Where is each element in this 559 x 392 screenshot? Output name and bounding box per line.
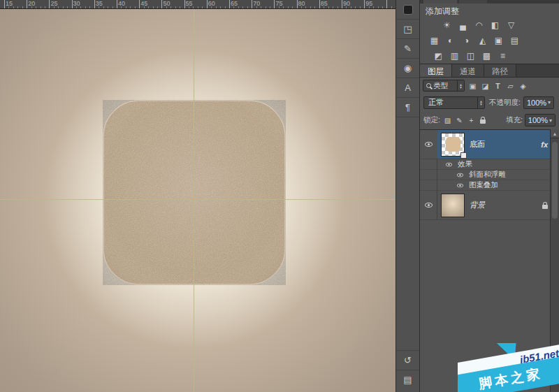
selective-color-icon[interactable]: ≡ xyxy=(495,50,510,62)
ruler-number: 85 xyxy=(321,0,328,8)
channel-mixer-icon[interactable]: ▣ xyxy=(491,34,506,47)
black-white-icon[interactable]: ◑ xyxy=(459,34,474,47)
ruler-number: 25 xyxy=(50,0,57,8)
layer-style-badge xyxy=(460,152,467,159)
layer-name[interactable]: 背景 xyxy=(470,200,485,210)
foreground-swatch-icon[interactable] xyxy=(396,0,419,20)
dock-bottom-icons: ↺▤ xyxy=(396,350,419,389)
background-lock-icon xyxy=(542,205,548,209)
layer-name[interactable]: 底面 xyxy=(470,139,485,150)
site-watermark: jb51.net 脚本之家 xyxy=(458,343,559,392)
effect-row-pattern-overlay[interactable]: 图案叠加 xyxy=(420,180,559,191)
ruler-number: 55 xyxy=(186,0,193,8)
properties-panel-icon[interactable]: ▤ xyxy=(396,370,419,389)
layer-filter-icons: ▣◪T▱◈ xyxy=(467,80,529,92)
ruler-number: 80 xyxy=(298,0,305,8)
adjustments-grid: ☀▄◠◧▽▦◐◑◭▣▤◩▥◫▩≡ xyxy=(420,15,559,64)
pen-tool-icon[interactable]: ✎ xyxy=(396,39,419,59)
adjustments-row: ☀▄◠◧▽ xyxy=(423,17,556,33)
kind-label: 类型 xyxy=(433,81,448,91)
brightness-contrast-icon[interactable]: ☀ xyxy=(440,19,454,31)
opacity-value-box[interactable]: 100% ▾ xyxy=(523,96,554,109)
filter-smart-objects-icon[interactable]: ◈ xyxy=(517,80,529,92)
dock-top-icons: ◳✎◉A¶ xyxy=(396,0,419,117)
dropdown-arrow-icon: ▾ xyxy=(549,117,552,124)
opacity-label: 不透明度: xyxy=(489,98,521,108)
exposure-icon[interactable]: ◧ xyxy=(488,19,502,31)
eye-icon[interactable] xyxy=(457,173,463,177)
ruler-number: 70 xyxy=(253,0,260,8)
color-balance-icon[interactable]: ◐ xyxy=(443,34,458,47)
eye-icon[interactable] xyxy=(457,183,463,187)
layer-thumbnail[interactable] xyxy=(441,133,465,157)
opacity-value: 100% xyxy=(527,99,546,107)
scroll-up-button[interactable]: ▲ xyxy=(551,129,559,138)
transform-cursor-icon[interactable]: ◳ xyxy=(396,20,419,39)
invert-icon[interactable]: ◩ xyxy=(431,50,446,62)
blend-spinner[interactable]: ▲ ▼ xyxy=(477,97,484,108)
blend-row: 正常 ▲ ▼ 不透明度: 100% ▾ xyxy=(420,94,559,111)
eye-icon xyxy=(425,142,433,147)
horizontal-guide[interactable] xyxy=(0,199,395,200)
filter-adjustment-layers-icon[interactable]: ◪ xyxy=(479,80,491,92)
blend-mode-select[interactable]: 正常 ▲ ▼ xyxy=(423,96,485,109)
right-panel: 添加调整 ☀▄◠◧▽▦◐◑◭▣▤◩▥◫▩≡ 图层 通道 路径 类型 ▲ ▼ ▣◪… xyxy=(420,0,559,392)
background-thumbnail[interactable] xyxy=(441,194,465,217)
lock-transparent-pixels-icon[interactable]: ▨ xyxy=(442,115,453,126)
gradient-map-icon[interactable]: ▩ xyxy=(479,50,494,62)
eye-icon[interactable] xyxy=(446,162,452,166)
vertical-guide[interactable] xyxy=(194,9,194,392)
fill-label: 填充: xyxy=(506,115,523,125)
panel-dock: ◳✎◉A¶ ↺▤ xyxy=(395,0,420,392)
effect-name: 斜面和浮雕 xyxy=(469,170,506,180)
ruler-number: 75 xyxy=(275,0,282,8)
layer-row-dimian[interactable]: 底面 fx xyxy=(420,130,559,159)
paragraph-panel-icon[interactable]: ¶ xyxy=(396,98,419,117)
lock-position-icon[interactable]: + xyxy=(466,115,477,126)
tab-layers[interactable]: 图层 xyxy=(420,64,452,77)
kind-spinner[interactable]: ▲ ▼ xyxy=(457,80,464,91)
filter-pixel-layers-icon[interactable]: ▣ xyxy=(467,80,479,92)
history-panel-icon[interactable]: ↺ xyxy=(396,350,419,370)
threshold-icon[interactable]: ◫ xyxy=(463,50,478,62)
posterize-icon[interactable]: ▥ xyxy=(447,50,462,62)
layer-filter-kind-select[interactable]: 类型 ▲ ▼ xyxy=(423,80,465,92)
document-canvas[interactable] xyxy=(0,9,395,392)
horizontal-ruler[interactable]: 1520253035404550556065707580859095 xyxy=(0,0,395,9)
visibility-toggle[interactable] xyxy=(420,130,437,159)
filter-type-layers-icon[interactable]: T xyxy=(492,80,504,92)
effect-name: 图案叠加 xyxy=(469,180,498,190)
tab-channels[interactable]: 通道 xyxy=(452,64,484,77)
ruler-number: 50 xyxy=(163,0,170,8)
scrollbar-thumb[interactable] xyxy=(552,142,558,219)
fill-value-box[interactable]: 100% ▾ xyxy=(525,114,556,126)
eye-icon xyxy=(425,203,433,208)
clone-source-icon[interactable]: ◉ xyxy=(396,59,419,78)
thumbnail-shape xyxy=(446,137,460,152)
ruler-number: 60 xyxy=(208,0,215,8)
color-lookup-icon[interactable]: ▤ xyxy=(507,34,522,47)
search-icon xyxy=(426,83,431,88)
lock-all-icon[interactable] xyxy=(478,115,488,126)
layers-list: 底面 fx 效果 斜面和浮雕 图案叠加 背景 xyxy=(420,129,559,220)
panel-tabbar: 图层 通道 路径 xyxy=(420,64,559,77)
photo-filter-icon[interactable]: ◭ xyxy=(475,34,490,47)
visibility-toggle[interactable] xyxy=(420,191,437,219)
lock-glyph xyxy=(480,119,486,124)
canvas-area: 1520253035404550556065707580859095 xyxy=(0,0,395,392)
fx-badge[interactable]: fx xyxy=(541,140,548,149)
filter-shape-layers-icon[interactable]: ▱ xyxy=(504,80,516,92)
hue-saturation-icon[interactable]: ▦ xyxy=(427,34,442,47)
curves-icon[interactable]: ◠ xyxy=(472,19,486,31)
layer-row-background[interactable]: 背景 xyxy=(420,191,559,220)
tab-paths[interactable]: 路径 xyxy=(484,64,516,77)
ruler-number: 65 xyxy=(231,0,238,8)
effect-row-bevel-emboss[interactable]: 斜面和浮雕 xyxy=(420,170,559,180)
vibrance-icon[interactable]: ▽ xyxy=(504,19,518,31)
rounded-square-layer[interactable] xyxy=(103,100,286,285)
levels-icon[interactable]: ▄ xyxy=(456,19,470,31)
spinner-down-icon: ▼ xyxy=(459,86,463,89)
effects-header-row[interactable]: 效果 xyxy=(420,159,559,170)
lock-image-pixels-icon[interactable]: ✎ xyxy=(454,115,465,126)
character-panel-icon[interactable]: A xyxy=(396,78,419,98)
